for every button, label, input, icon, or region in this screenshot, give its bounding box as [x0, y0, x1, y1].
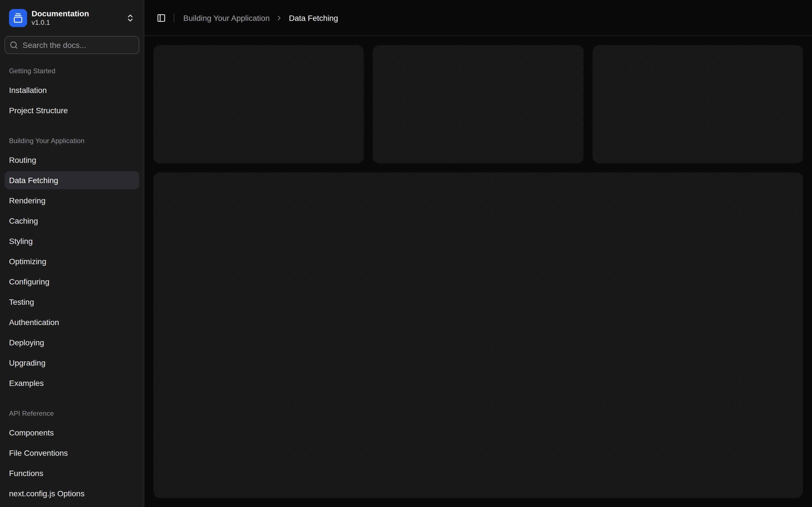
sidebar-item-components[interactable]: Components [4, 424, 139, 442]
search-form [4, 36, 139, 54]
header-separator [174, 13, 174, 22]
sidebar-item-authentication[interactable]: Authentication [4, 313, 139, 331]
docs-logo-icon [9, 9, 27, 27]
app-root: Documentation v1.0.1 Getting Star [0, 0, 812, 507]
main-content [144, 36, 812, 507]
chevron-right-icon [275, 14, 283, 22]
sidebar-item-file-conventions[interactable]: File Conventions [4, 444, 139, 462]
sidebar: Documentation v1.0.1 Getting Star [0, 0, 144, 507]
app-version: v1.0.1 [32, 19, 89, 27]
sidebar-item-data-fetching[interactable]: Data Fetching [4, 171, 139, 189]
sidebar-item-testing[interactable]: Testing [4, 293, 139, 311]
chevrons-up-down-icon [126, 13, 135, 22]
sidebar-item-optimizing[interactable]: Optimizing [4, 252, 139, 270]
sidebar-item-project-structure[interactable]: Project Structure [4, 101, 139, 119]
sidebar-nav: Getting StartedInstallationProject Struc… [0, 59, 144, 507]
placeholder-cards-row [153, 45, 803, 163]
sidebar-toggle-button[interactable] [153, 10, 169, 25]
sidebar-item-caching[interactable]: Caching [4, 212, 139, 230]
main-area: Building Your ApplicationData Fetching [144, 0, 812, 507]
search-input[interactable] [4, 36, 139, 54]
sidebar-group-getting-started: Getting StartedInstallationProject Struc… [0, 59, 144, 124]
sidebar-item-rendering[interactable]: Rendering [4, 191, 139, 210]
sidebar-group-building-your-application: Building Your ApplicationRoutingData Fet… [0, 128, 144, 397]
sidebar-item-routing[interactable]: Routing [4, 151, 139, 169]
panel-left-icon [157, 13, 166, 22]
sidebar-item-examples[interactable]: Examples [4, 374, 139, 392]
team-text: Documentation v1.0.1 [32, 8, 89, 27]
placeholder-card [373, 45, 583, 163]
sidebar-item-installation[interactable]: Installation [4, 81, 139, 99]
app-title: Documentation [32, 8, 89, 18]
breadcrumb: Building Your ApplicationData Fetching [183, 13, 338, 22]
header: Building Your ApplicationData Fetching [144, 0, 812, 36]
sidebar-item-deploying[interactable]: Deploying [4, 334, 139, 351]
breadcrumb-current: Data Fetching [289, 13, 338, 22]
team-switcher-button[interactable]: Documentation v1.0.1 [4, 4, 139, 32]
sidebar-item-next-config-js-options[interactable]: next.config.js Options [4, 485, 139, 503]
breadcrumb-link[interactable]: Building Your Application [183, 13, 270, 22]
placeholder-card [592, 45, 803, 163]
sidebar-group-label: Building Your Application [4, 133, 139, 149]
sidebar-group-label: Getting Started [4, 63, 139, 79]
sidebar-item-upgrading[interactable]: Upgrading [4, 354, 139, 372]
placeholder-card [153, 45, 364, 163]
sidebar-item-configuring[interactable]: Configuring [4, 273, 139, 291]
sidebar-item-styling[interactable]: Styling [4, 232, 139, 250]
content-placeholder [153, 172, 803, 498]
sidebar-header: Documentation v1.0.1 [0, 0, 144, 59]
sidebar-group-label: API Reference [4, 406, 139, 421]
sidebar-item-functions[interactable]: Functions [4, 464, 139, 482]
sidebar-group-api-reference: API ReferenceComponentsFile ConventionsF… [0, 401, 144, 507]
